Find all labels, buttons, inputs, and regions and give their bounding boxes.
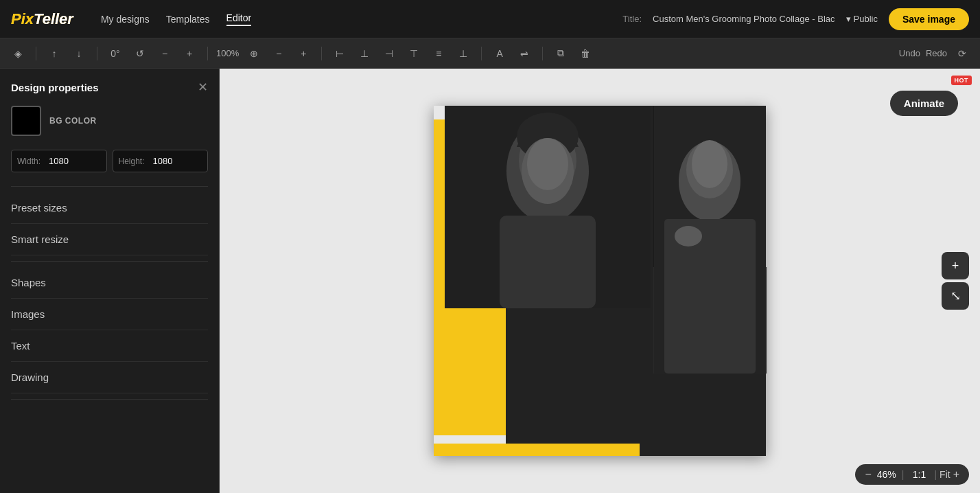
logo[interactable]: PixTeller [11,10,73,28]
delete-icon[interactable]: 🗑 [576,44,595,63]
expand-button[interactable]: ⤡ [942,282,969,310]
zoom-fit-button[interactable]: Fit [940,469,950,480]
align-bottom-icon[interactable]: ⊥ [454,44,473,63]
sidebar-item-text[interactable]: Text [11,330,208,362]
bg-color-swatch[interactable] [11,106,41,136]
sidebar-item-images[interactable]: Images [11,299,208,330]
hot-badge: HOT [951,76,972,85]
height-label: Height: [113,151,150,172]
title-label: Title: [622,14,642,24]
toolbar-separator-1 [36,47,36,60]
toolbar-separator-2 [97,47,97,60]
toolbar-separator-4 [321,47,322,60]
main-content: Design properties ✕ BG COLOR Width: Heig… [0,69,980,493]
nav-my-designs[interactable]: My designs [101,14,150,25]
canvas-area: All About Hair THE BEST HAIRCUTS OF 2020… [220,69,980,493]
align-right-icon[interactable]: ⊣ [380,44,399,63]
sidebar-title: Design properties [11,82,99,93]
sidebar-item-drawing[interactable]: Drawing [11,362,208,393]
top-navigation: PixTeller My designs Templates Editor Ti… [0,0,980,38]
toolbar-separator-3 [207,47,208,60]
zoom-display: 100% [216,48,239,58]
width-group: Width: [11,150,107,172]
sidebar-item-shapes[interactable]: Shapes [11,267,208,299]
save-image-button[interactable]: Save image [889,8,969,30]
zoom-out-button[interactable]: − [865,468,871,481]
nav-editor[interactable]: Editor [226,12,252,26]
width-label: Width: [12,151,46,172]
sidebar-divider-3 [11,399,208,400]
align-center-icon[interactable]: ⊥ [355,44,374,63]
sidebar-divider-1 [11,186,208,187]
undo-button[interactable]: Undo [899,48,920,58]
bg-color-label: BG COLOR [49,116,97,126]
zoom-value: 46% [874,469,899,480]
public-button[interactable]: ▾ Public [846,14,878,24]
public-label: Public [854,14,878,24]
zoom-plus-icon[interactable]: + [294,44,313,63]
dimension-row: Width: Height: [11,150,208,172]
align-left-icon[interactable]: ⊢ [330,44,349,63]
rotate-value: 0° [106,44,125,63]
text-icon[interactable]: A [490,44,509,63]
zoom-bar: − 46% | 1:1 | Fit + [855,464,969,485]
topnav-right: Title: Custom Men's Grooming Photo Colla… [622,8,969,30]
redo-button[interactable]: Redo [926,48,947,58]
dropdown-icon: ▾ [846,14,851,24]
right-float-buttons: + ⤡ [942,252,969,310]
toolbar-separator-5 [481,47,482,60]
sidebar: Design properties ✕ BG COLOR Width: Heig… [0,69,220,493]
height-group: Height: [113,150,209,172]
toolbar-separator-6 [542,47,543,60]
toolbar: ◈ ↑ ↓ 0° ↺ − + 100% ⊕ − + ⊢ ⊥ ⊣ ⊤ ≡ ⊥ A … [0,38,980,69]
zoom-icon[interactable]: ⊕ [244,44,264,63]
rotate-icon[interactable]: ↺ [130,44,150,63]
title-value: Custom Men's Grooming Photo Collage - Bl… [653,14,835,24]
flip-icon[interactable]: ⇌ [515,44,534,63]
zoom-minus-icon[interactable]: − [269,44,288,63]
duplicate-icon[interactable]: ⧉ [551,44,570,63]
move-up-icon[interactable]: ↑ [45,44,64,63]
add-frame-button[interactable]: + [942,252,969,279]
history-icon[interactable]: ⟳ [953,44,972,63]
zoom-separator: | [902,469,905,480]
zoom-ratio: 1:1 [907,469,931,480]
zoom-in-button[interactable]: + [953,468,959,481]
move-down-icon[interactable]: ↓ [69,44,89,63]
sidebar-item-preset-sizes[interactable]: Preset sizes [11,192,208,224]
svg-rect-25 [654,106,766,374]
width-input[interactable] [46,150,106,172]
sidebar-item-smart-resize[interactable]: Smart resize [11,224,208,255]
align-middle-icon[interactable]: ≡ [429,44,448,63]
plus-icon[interactable]: + [180,44,199,63]
sidebar-divider-2 [11,261,208,262]
animate-button[interactable]: Animate [890,91,958,116]
align-top-icon[interactable]: ⊤ [404,44,423,63]
undo-redo-group: Undo Redo ⟳ [899,44,972,63]
layers-icon[interactable]: ◈ [8,44,27,63]
photo-main [445,106,651,308]
sidebar-header: Design properties ✕ [11,80,208,95]
svg-rect-7 [445,106,651,308]
gold-accent-bottom [434,444,640,456]
zoom-separator-2: | [934,469,937,480]
minus-icon[interactable]: − [155,44,174,63]
bg-color-row: BG COLOR [11,106,208,136]
height-input[interactable] [150,150,207,172]
nav-templates[interactable]: Templates [166,14,210,25]
logo-text: PixTeller [11,10,73,28]
photo-right-svg [654,106,766,374]
close-icon[interactable]: ✕ [198,80,208,95]
design-canvas: All About Hair THE BEST HAIRCUTS OF 2020… [434,106,766,456]
